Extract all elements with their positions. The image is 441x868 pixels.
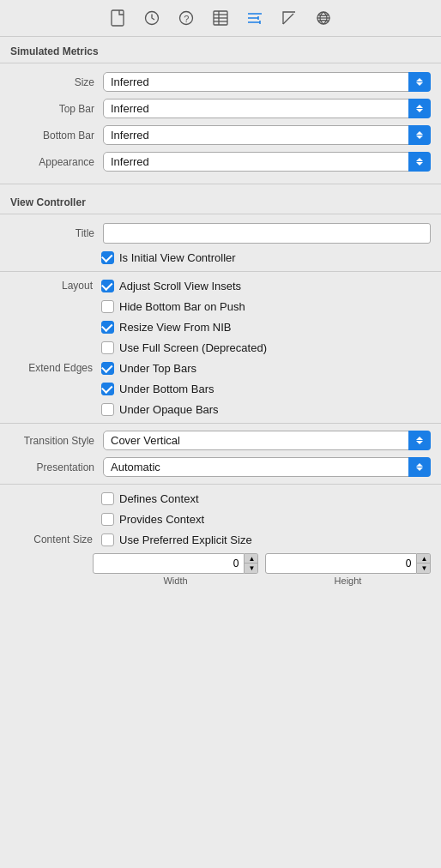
resize-view-row: Resize View From NIB [0,316,441,337]
width-stepper-row: ▲ ▼ [93,553,258,574]
size-label: Size [10,76,103,88]
height-field-label: Height [265,576,431,586]
under-top-bars-label: Under Top Bars [119,362,196,375]
layout-label: Layout [0,280,101,292]
content-size-checkbox-row: Content Size Use Preferred Explicit Size [0,529,441,550]
transition-style-row: Transition Style Cover Vertical [0,427,441,454]
under-opaque-bars-row: Under Opaque Bars [0,399,441,419]
hide-bottom-bar-label: Hide Bottom Bar on Push [119,300,245,313]
height-input[interactable] [265,553,417,574]
width-stepper-buttons: ▲ ▼ [245,553,258,574]
help-icon[interactable]: ? [177,9,196,27]
under-opaque-bars-checkbox[interactable] [101,403,114,416]
simulated-metrics-form: Size Inferred Top Bar Inferred Bottom Ba… [0,63,441,180]
under-bottom-bars-row: Under Bottom Bars [0,378,441,399]
checkbox-separator-2 [0,423,441,424]
height-stepper-row: ▲ ▼ [265,553,431,574]
content-size-checkbox[interactable] [101,533,114,546]
under-top-bars-row: Extend Edges Under Top Bars [0,358,441,378]
bottom-bar-label: Bottom Bar [10,130,103,142]
top-bar-row: Top Bar Inferred [0,95,441,122]
width-field-label: Width [93,576,258,586]
provides-context-label: Provides Context [119,513,204,526]
attributes-icon[interactable] [245,9,264,27]
file-icon[interactable] [108,9,127,27]
bottom-bar-select[interactable]: Inferred [103,125,431,145]
height-increment-button[interactable]: ▲ [417,554,431,564]
view-controller-header: View Controller [0,188,441,214]
svg-line-14 [283,14,293,24]
presentation-select[interactable]: Automatic [103,457,431,477]
layout-adjust-scroll-row: Layout Adjust Scroll View Insets [0,275,441,296]
bottom-bar-dropdown-wrap: Inferred [103,125,431,145]
appearance-select[interactable]: Inferred [103,152,431,172]
full-screen-label-area: Use Full Screen (Deprecated) [101,341,267,354]
inspector-icon[interactable] [211,9,230,27]
extend-edges-label: Extend Edges [0,362,101,374]
is-initial-label-area: Is Initial View Controller [101,251,236,264]
title-input[interactable] [103,223,431,244]
content-size-label-area: Use Preferred Explicit Size [101,533,252,546]
connections-icon[interactable] [314,9,333,27]
is-initial-label: Is Initial View Controller [119,251,236,264]
under-opaque-bars-label: Under Opaque Bars [119,403,219,416]
defines-context-label: Defines Context [119,492,199,505]
svg-text:?: ? [184,14,189,24]
svg-rect-0 [112,10,124,26]
adjust-scroll-checkbox[interactable] [101,280,114,292]
section-separator-1 [0,184,441,184]
width-increment-button[interactable]: ▲ [245,554,258,564]
is-initial-checkbox[interactable] [101,251,114,264]
width-field: ▲ ▼ Width [93,553,258,586]
full-screen-checkbox[interactable] [101,341,114,354]
resize-view-label: Resize View From NIB [119,321,232,334]
size-ruler-icon[interactable] [280,9,299,27]
is-initial-row: Is Initial View Controller [0,247,441,268]
history-icon[interactable] [142,9,161,27]
under-opaque-bars-label-area: Under Opaque Bars [101,403,219,416]
presentation-label: Presentation [10,461,103,473]
size-fields-row: ▲ ▼ Width ▲ ▼ Height [0,550,441,589]
appearance-row: Appearance Inferred [0,148,441,175]
content-size-label: Content Size [0,533,101,546]
under-bottom-bars-label: Under Bottom Bars [119,383,214,395]
hide-bottom-bar-checkbox[interactable] [101,300,114,313]
size-row: Size Inferred [0,69,441,95]
bottom-bar-row: Bottom Bar Inferred [0,122,441,148]
provides-context-row: Provides Context [0,509,441,529]
width-decrement-button[interactable]: ▼ [245,564,258,573]
adjust-scroll-label-area: Adjust Scroll View Insets [101,280,241,292]
top-bar-select[interactable]: Inferred [103,99,431,118]
defines-context-checkbox[interactable] [101,492,114,505]
title-row: Title [0,220,441,247]
size-select[interactable]: Inferred [103,72,431,92]
checkbox-separator-1 [0,271,441,272]
presentation-dropdown-wrap: Automatic [103,457,431,477]
provides-context-checkbox[interactable] [101,513,114,526]
defines-context-row: Defines Context [0,488,441,509]
top-bar-label: Top Bar [10,103,103,115]
view-controller-form: Title Is Initial View Controller Layout … [0,214,441,594]
transition-style-select[interactable]: Cover Vertical [103,431,431,450]
transition-style-label: Transition Style [10,435,103,447]
full-screen-label: Use Full Screen (Deprecated) [119,341,267,354]
appearance-dropdown-wrap: Inferred [103,152,431,172]
height-stepper-buttons: ▲ ▼ [417,553,431,574]
hide-bottom-bar-row: Hide Bottom Bar on Push [0,296,441,316]
appearance-label: Appearance [10,156,103,168]
width-input[interactable] [93,553,245,574]
under-top-bars-checkbox[interactable] [101,362,114,375]
resize-view-label-area: Resize View From NIB [101,321,232,334]
adjust-scroll-label: Adjust Scroll View Insets [119,280,241,292]
height-decrement-button[interactable]: ▼ [417,564,431,573]
height-field: ▲ ▼ Height [265,553,431,586]
size-dropdown-wrap: Inferred [103,72,431,92]
presentation-row: Presentation Automatic [0,454,441,480]
content-size-explicit-label: Use Preferred Explicit Size [119,533,252,546]
title-field-label: Title [10,227,103,239]
defines-context-label-area: Defines Context [101,492,199,505]
transition-style-dropdown-wrap: Cover Vertical [103,431,431,450]
resize-view-checkbox[interactable] [101,321,114,334]
under-bottom-bars-checkbox[interactable] [101,383,114,395]
provides-context-label-area: Provides Context [101,513,204,526]
